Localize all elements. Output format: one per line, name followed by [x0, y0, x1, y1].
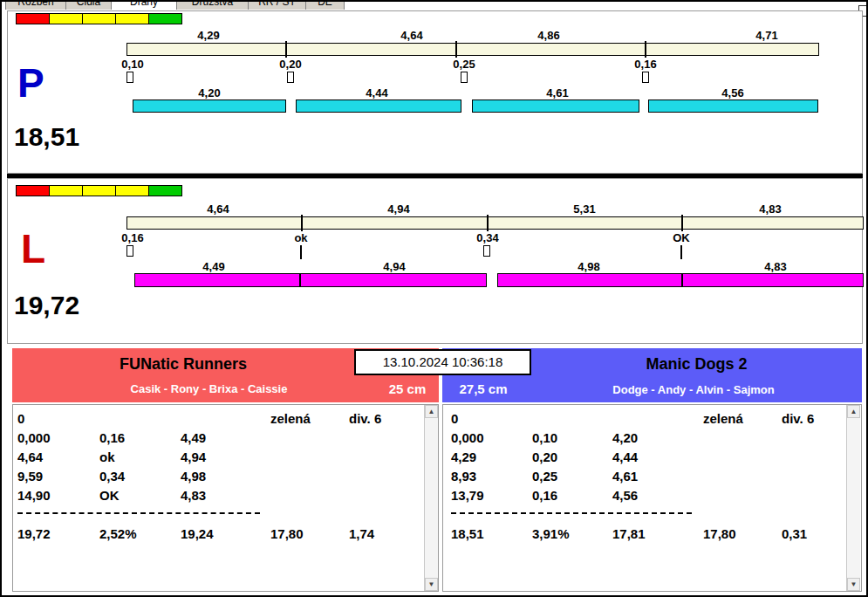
result-cell: 8,93 — [451, 469, 476, 484]
dog-time-value: 4,44 — [351, 86, 403, 100]
result-cell: 4,56 — [612, 488, 638, 503]
split-tick — [645, 41, 646, 58]
timestamp: 13.10.2024 10:36:18 — [354, 349, 531, 375]
tab-rr-st[interactable]: RR / ST — [248, 2, 306, 10]
start-light-label: zelená — [270, 411, 311, 426]
dog-run-bar — [296, 100, 461, 113]
sensor-split-value: 4,83 — [744, 202, 796, 216]
result-cell: 14,90 — [17, 488, 51, 503]
split-tick — [455, 41, 457, 58]
summary-cell: 0,31 — [782, 526, 807, 541]
dog-run-bar — [497, 273, 864, 287]
tab-bar: Rozběh Čidla Dráhy Družstva RR / ST DE — [5, 2, 380, 10]
team-left-name: FUNatic Runners — [12, 355, 354, 374]
change-checkbox — [126, 245, 133, 257]
change-time-value: 0,10 — [106, 58, 159, 71]
change-time-value: 0,25 — [438, 58, 490, 71]
flyball-timing-window: Rozběh Čidla Dráhy Družstva RR / ST DE 4… — [0, 0, 868, 597]
summary-cell: 18,51 — [451, 526, 484, 541]
lane-label-l: L — [21, 229, 45, 269]
tab-rozbeh[interactable]: Rozběh — [5, 2, 66, 10]
summary-cell: 17,81 — [612, 526, 646, 541]
split-tick — [301, 215, 303, 231]
team-left-scrollbar[interactable]: ▲ ▼ — [424, 405, 438, 591]
dog-time-value: 4,98 — [563, 260, 615, 273]
summary-cell: 1,74 — [349, 526, 374, 541]
team-right-scrollbar[interactable]: ▲ ▼ — [846, 405, 860, 591]
team-right-name: Manic Dogs 2 — [531, 355, 862, 374]
change-tick-mark — [680, 245, 682, 259]
scroll-up-icon[interactable]: ▲ — [847, 405, 860, 418]
result-cell: OK — [99, 488, 120, 503]
tab-de[interactable]: DE — [305, 2, 345, 10]
change-checkbox — [461, 72, 468, 83]
summary-cell: 19,24 — [181, 526, 214, 541]
status-light — [148, 13, 182, 24]
dog-run-bar — [648, 100, 818, 113]
lane-label-p: P — [17, 63, 44, 103]
dog-time-value: 4,94 — [368, 260, 420, 273]
dog-time-value: 4,61 — [531, 86, 584, 100]
scroll-down-icon[interactable]: ▼ — [425, 578, 438, 591]
result-cell: 0,000 — [17, 430, 51, 445]
result-cell: 0,10 — [532, 430, 557, 445]
sensor-split-value: 4,94 — [372, 202, 425, 216]
dog-time-value: 4,20 — [183, 86, 236, 100]
dog-bar-tick — [681, 273, 683, 287]
tab-druzstva[interactable]: Družstva — [176, 2, 249, 10]
result-cell: 4,44 — [612, 449, 638, 464]
sensor-split-bar — [126, 216, 864, 230]
dog-run-bar — [134, 273, 487, 287]
lane-panel-l — [7, 178, 863, 344]
status-light — [115, 13, 149, 24]
split-tick — [285, 41, 287, 58]
result-cell: 4,94 — [181, 449, 206, 464]
change-time-value: 0,16 — [619, 58, 672, 71]
result-cell: ok — [99, 449, 115, 464]
summary-cell: 17,80 — [703, 526, 736, 541]
result-cell: 0,000 — [451, 430, 484, 445]
result-cell: 4,98 — [181, 469, 206, 484]
division-label: div. 6 — [782, 411, 814, 426]
result-cell: 4,20 — [612, 430, 638, 445]
sensor-split-value: 4,86 — [523, 29, 575, 42]
split-tick — [487, 215, 489, 231]
status-light — [16, 13, 50, 24]
team-right-result-panel — [442, 404, 862, 592]
status-light — [82, 13, 116, 24]
tab-drahy[interactable]: Dráhy — [111, 2, 177, 10]
result-cell: 4,49 — [181, 430, 206, 445]
status-light — [49, 185, 83, 196]
change-checkbox — [483, 245, 490, 257]
team-left-jump-height: 25 cm — [377, 381, 438, 396]
status-light — [49, 13, 83, 24]
result-cell: 0,20 — [532, 449, 557, 464]
change-time-value: OK — [655, 231, 707, 244]
dog-run-bar — [133, 100, 286, 113]
dashed-separator — [17, 512, 260, 514]
change-time-value: 0,16 — [106, 231, 159, 244]
scroll-down-icon[interactable]: ▼ — [847, 578, 860, 591]
dog-run-bar — [472, 100, 639, 113]
change-checkbox — [126, 72, 133, 83]
sensor-split-value: 4,71 — [741, 29, 793, 42]
sensor-split-value: 4,64 — [192, 202, 244, 216]
division-label: div. 6 — [349, 411, 381, 426]
scroll-up-icon[interactable]: ▲ — [425, 405, 438, 418]
result-cell: 4,64 — [17, 449, 43, 464]
change-checkbox — [287, 72, 294, 83]
result-cell: 0,34 — [99, 469, 125, 484]
result-cell: 4,61 — [612, 469, 638, 484]
result-cell: 0 — [17, 411, 24, 426]
summary-cell: 17,80 — [270, 526, 304, 541]
tab-cidla[interactable]: Čidla — [65, 2, 112, 10]
result-cell: 0,16 — [532, 488, 557, 503]
dog-time-value: 4,56 — [707, 86, 759, 100]
status-light — [16, 185, 50, 196]
change-time-value: ok — [275, 231, 327, 244]
change-time-value: 0,34 — [461, 231, 514, 244]
result-cell: 0 — [451, 411, 458, 426]
summary-cell: 2,52% — [99, 526, 137, 541]
change-time-value: 0,20 — [264, 58, 317, 71]
dog-time-value: 4,83 — [749, 260, 802, 273]
